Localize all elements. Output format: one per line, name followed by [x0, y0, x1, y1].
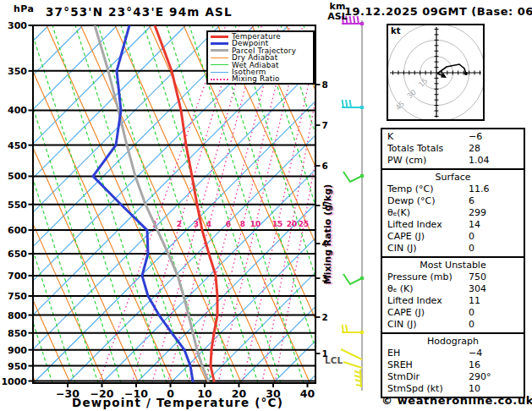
svg-text:400: 400	[8, 105, 27, 116]
table-row: Temp (°C)11.6	[382, 184, 524, 195]
table-row: Pressure (mb)750	[382, 271, 524, 283]
svg-text:10: 10	[250, 220, 261, 228]
sounding-page: { "header": { "title": "37\u00b053'N 23\…	[0, 0, 532, 411]
table-row-value: 28	[469, 143, 480, 155]
table-row: CAPE (J)0	[382, 307, 524, 319]
svg-text:15: 15	[272, 220, 283, 228]
table-row-label: Totals Totals	[387, 143, 443, 154]
right-margin: Mixing Ratio (g/kg) Mixing Ratio (g/kg) …	[322, 184, 343, 365]
table-row-value: 299	[469, 207, 486, 219]
wind-barb	[342, 325, 364, 334]
legend-swatch-temperature	[211, 36, 228, 38]
table-row-value: −6	[469, 131, 482, 143]
table-row-value: 290°	[469, 371, 491, 383]
table-row: θₑ(K)299	[382, 207, 524, 219]
wind-barb	[341, 349, 362, 368]
table-row-label: StmDir	[387, 371, 420, 382]
table-row-label: Pressure (mb)	[387, 271, 452, 282]
svg-text:4: 4	[206, 220, 211, 228]
table-row: SREH16	[382, 359, 524, 371]
table-row-value: 6	[469, 195, 474, 207]
legend-swatch-wet-adiabat	[211, 64, 228, 65]
table-row: Dewp (°C)6	[382, 195, 524, 207]
table-row: CIN (J)0	[382, 243, 524, 255]
table-section-surface: SurfaceTemp (°C)11.6Dewp (°C)6θₑ(K)299Li…	[382, 168, 524, 256]
svg-text:850: 850	[8, 328, 27, 339]
legend-label: Mixing Ratio	[232, 75, 280, 82]
table-row-label: Lifted Index	[387, 219, 442, 230]
table-row-value: 750	[469, 271, 486, 283]
svg-text:8: 8	[240, 220, 245, 228]
wind-barb	[354, 370, 361, 387]
svg-text:7: 7	[322, 120, 328, 130]
table-row-label: θₑ (K)	[387, 283, 414, 294]
wind-barb-column	[341, 16, 364, 391]
table-row-label: CIN (J)	[387, 319, 416, 330]
table-row: StmDir290°	[382, 371, 524, 383]
svg-text:6: 6	[226, 220, 231, 228]
table-section: K−6Totals Totals28PW (cm)1.04	[382, 129, 524, 168]
legend-item: Mixing Ratio	[211, 75, 313, 82]
table-section-most-unstable: Most UnstablePressure (mb)750θₑ (K)304Li…	[382, 256, 524, 332]
altitude-unit-asl: ASL	[324, 12, 351, 22]
x-axis-title: Dewpoint / Temperature (°C)	[0, 396, 355, 409]
hodograph-plot: 153045	[388, 25, 483, 119]
svg-text:500: 500	[8, 171, 27, 182]
date-title: 19.12.2025 09GMT (Base: 06)	[344, 5, 532, 18]
table-row: Lifted Index14	[382, 219, 524, 231]
svg-text:800: 800	[8, 310, 27, 321]
legend-swatch-isotherm	[211, 72, 228, 73]
wind-barb	[342, 100, 364, 109]
table-row: CIN (J)0	[382, 319, 524, 331]
altitude-unit-label: km ASL	[324, 2, 351, 22]
table-section-header: Surface	[382, 172, 524, 184]
table-row: Lifted Index11	[382, 295, 524, 307]
table-row-value: 1.04	[469, 155, 490, 167]
mixing-ratio-axis-label: Mixing Ratio (g/kg)	[322, 184, 333, 285]
table-row-value: 0	[469, 319, 474, 331]
hodograph-panel: 153045 kt	[387, 24, 485, 121]
legend-swatch-dewpoint	[211, 42, 228, 45]
sounding-curves	[93, 25, 217, 381]
table-row: K−6	[382, 131, 524, 143]
svg-text:25: 25	[299, 220, 310, 228]
table-row: CAPE (J)0	[382, 231, 524, 243]
table-row-label: EH	[387, 348, 400, 359]
svg-text:600: 600	[8, 225, 27, 236]
svg-text:2: 2	[322, 312, 328, 322]
table-row: StmSpd (kt)10	[382, 383, 524, 395]
table-section-hodograph: HodographEH−4SREH16StmDir290°StmSpd (kt)…	[382, 332, 524, 397]
table-row: θₑ (K)304	[382, 283, 524, 295]
svg-text:550: 550	[8, 200, 27, 211]
table-row-value: 10	[469, 383, 480, 395]
table-row-label: StmSpd (kt)	[387, 383, 443, 394]
table-row-value: 11.6	[469, 184, 490, 195]
table-section-header: Most Unstable	[382, 260, 524, 271]
svg-text:2: 2	[177, 220, 182, 228]
table-row-label: CAPE (J)	[387, 231, 425, 242]
legend: TemperatureDewpointParcel TrajectoryDry …	[206, 30, 315, 85]
svg-text:350: 350	[8, 66, 27, 77]
legend-swatch-dry-adiabat	[211, 58, 228, 58]
table-row-value: 304	[469, 283, 486, 295]
pressure-unit-label: hPa	[14, 3, 35, 14]
table-row-label: Lifted Index	[387, 295, 442, 306]
svg-text:8: 8	[322, 79, 328, 90]
table-row-value: −4	[469, 348, 482, 359]
table-row-value: 11	[469, 295, 480, 307]
table-row-value: 16	[469, 359, 480, 371]
svg-text:750: 750	[8, 291, 27, 302]
table-row-label: CAPE (J)	[387, 307, 425, 318]
series-parcel-trajectory	[95, 25, 208, 381]
table-row-label: SREH	[387, 359, 413, 370]
table-row-label: Dewp (°C)	[387, 195, 435, 206]
svg-text:300: 300	[8, 20, 27, 31]
hodograph-unit-label: kt	[391, 26, 400, 36]
svg-text:20: 20	[287, 220, 298, 228]
table-row-label: CIN (J)	[387, 243, 416, 254]
table-row-value: 14	[469, 219, 480, 231]
table-row: PW (cm)1.04	[382, 155, 524, 167]
series-dewpoint	[93, 25, 193, 381]
table-row: EH−4	[382, 348, 524, 359]
wind-barb	[343, 274, 364, 284]
